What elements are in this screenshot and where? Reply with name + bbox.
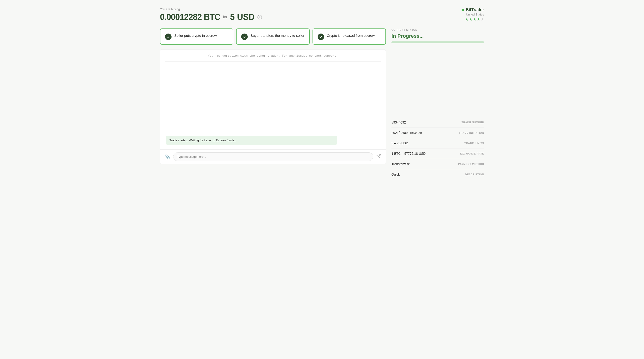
trader-stars: ★ ★ ★ ★ ★ xyxy=(462,17,484,21)
step-label-2: Buyer transfers the money to seller xyxy=(250,33,304,38)
checkmark-icon-1 xyxy=(167,35,170,38)
status-value: In Progress... xyxy=(392,33,484,39)
main-content: Seller puts crypto in escrow Buyer trans… xyxy=(160,28,484,179)
trader-name-row: BitTrader xyxy=(462,7,484,12)
detail-row-5: Quick DESCRIPTION xyxy=(392,169,484,179)
page-wrapper: You are buying 0.00012282 BTC for 5 USD … xyxy=(160,7,484,179)
amount-line: 0.00012282 BTC for 5 USD i xyxy=(160,12,262,22)
detail-value-4: Transferwise xyxy=(392,162,410,166)
detail-label-5: DESCRIPTION xyxy=(465,173,484,176)
chat-input-row: 📎 xyxy=(160,149,386,164)
status-bar xyxy=(392,41,484,43)
detail-value-0: #9344092 xyxy=(392,120,406,124)
step-card-1: Seller puts crypto in escrow xyxy=(160,28,233,45)
detail-row-0: #9344092 TRADE NUMBER xyxy=(392,117,484,128)
detail-label-1: TRADE INITIATION xyxy=(459,131,484,134)
current-status-label: CURRENT STATUS xyxy=(392,28,484,31)
detail-label-4: PAYMENT METHOD xyxy=(458,163,484,165)
detail-label-3: EXCHANGE RATE xyxy=(460,152,484,155)
detail-row-2: 5 – 70 USD TRADE LIMITS xyxy=(392,138,484,148)
trader-country: United States xyxy=(462,13,484,16)
detail-row-4: Transferwise PAYMENT METHOD xyxy=(392,159,484,169)
step-check-2 xyxy=(241,33,248,40)
trade-details: #9344092 TRADE NUMBER 2021/02/09, 15:38:… xyxy=(392,117,484,179)
chat-header-text: Your conversation with the other trader.… xyxy=(160,49,386,61)
step-card-2: Buyer transfers the money to seller xyxy=(236,28,310,45)
detail-row-3: 1 BTC = 57775.18 USD EXCHANGE RATE xyxy=(392,148,484,159)
trader-name: BitTrader xyxy=(466,7,484,12)
btc-amount: 0.00012282 BTC xyxy=(160,12,220,22)
steps-row: Seller puts crypto in escrow Buyer trans… xyxy=(160,28,386,45)
usd-amount: 5 USD xyxy=(230,12,255,22)
detail-value-5: Quick xyxy=(392,173,400,176)
info-icon[interactable]: i xyxy=(258,15,262,19)
for-text: for xyxy=(223,15,227,19)
trader-online-dot xyxy=(462,9,464,11)
trader-info: BitTrader United States ★ ★ ★ ★ ★ xyxy=(462,7,484,21)
checkmark-icon-2 xyxy=(243,35,246,38)
detail-label-2: TRADE LIMITS xyxy=(464,142,484,145)
star-5: ★ xyxy=(481,17,484,21)
right-panel: CURRENT STATUS In Progress... #9344092 T… xyxy=(392,28,484,179)
star-2: ★ xyxy=(469,17,472,21)
header-left: You are buying 0.00012282 BTC for 5 USD … xyxy=(160,7,262,22)
send-icon[interactable] xyxy=(376,153,382,161)
attach-icon[interactable]: 📎 xyxy=(164,153,171,160)
step-label-3: Crypto is released from escrow xyxy=(327,33,375,38)
step-card-3: Crypto is released from escrow xyxy=(312,28,386,45)
step-label-1: Seller puts crypto in escrow xyxy=(174,33,217,38)
top-header: You are buying 0.00012282 BTC for 5 USD … xyxy=(160,7,484,22)
status-section: CURRENT STATUS In Progress... xyxy=(392,28,484,43)
left-panel: Seller puts crypto in escrow Buyer trans… xyxy=(160,28,386,179)
chat-messages: Trade started. Waiting for trader to Esc… xyxy=(160,61,386,149)
detail-label-0: TRADE NUMBER xyxy=(462,121,484,124)
star-1: ★ xyxy=(465,17,468,21)
step-check-3 xyxy=(318,33,324,40)
star-4: ★ xyxy=(477,17,480,21)
detail-value-2: 5 – 70 USD xyxy=(392,141,408,145)
checkmark-icon-3 xyxy=(319,35,322,38)
chat-input[interactable] xyxy=(173,152,373,161)
chat-panel: Your conversation with the other trader.… xyxy=(160,49,386,164)
star-3: ★ xyxy=(473,17,476,21)
detail-value-3: 1 BTC = 57775.18 USD xyxy=(392,152,426,155)
detail-row-1: 2021/02/09, 15:38:35 TRADE INITIATION xyxy=(392,128,484,138)
step-check-1 xyxy=(165,33,172,40)
buying-label: You are buying xyxy=(160,7,262,11)
detail-value-1: 2021/02/09, 15:38:35 xyxy=(392,131,422,135)
system-message: Trade started. Waiting for trader to Esc… xyxy=(166,136,337,145)
